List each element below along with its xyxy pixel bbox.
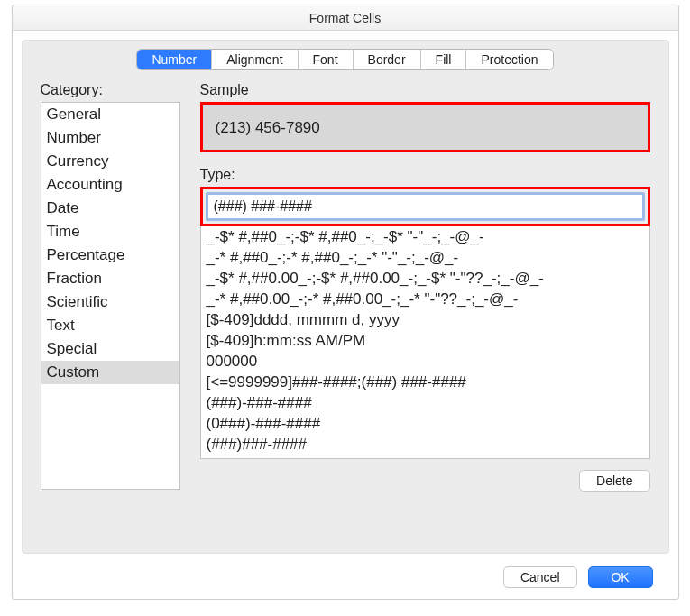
ok-button[interactable]: OK (588, 566, 653, 588)
category-item[interactable]: Text (41, 314, 179, 337)
sample-value: (213) 456-7890 (216, 119, 320, 137)
format-list-item[interactable]: [<=9999999]###-####;(###) ###-#### (207, 372, 644, 392)
tab-number[interactable]: Number (137, 50, 212, 69)
format-list-item[interactable]: (###)###-#### (207, 434, 644, 455)
format-list-item[interactable]: _-* #,##0.00_-;-* #,##0.00_-;_-* "-"??_-… (207, 289, 644, 309)
tab-alignment[interactable]: Alignment (212, 50, 298, 69)
category-label: Category: (41, 82, 180, 98)
format-list-item[interactable]: (0###)-###-#### (207, 413, 644, 434)
category-item[interactable]: Fraction (41, 267, 179, 290)
category-item[interactable]: General (41, 103, 179, 126)
delete-button[interactable]: Delete (579, 470, 649, 492)
tab-segmented-control: Number Alignment Font Border Fill Protec… (137, 50, 552, 69)
format-list-item[interactable]: [$-409]dddd, mmmm d, yyyy (207, 309, 644, 330)
format-list-item[interactable]: (###)-###-#### (207, 392, 644, 413)
category-item[interactable]: Number (41, 126, 179, 150)
tab-font[interactable]: Font (299, 50, 354, 69)
format-list-item[interactable]: 000000 (207, 351, 644, 372)
format-list[interactable]: _-$* #,##0_-;-$* #,##0_-;_-$* "-"_-;_-@_… (200, 226, 650, 459)
tab-fill[interactable]: Fill (421, 50, 467, 69)
type-input[interactable] (206, 192, 645, 221)
content-panel: Number Alignment Font Border Fill Protec… (22, 40, 669, 554)
format-list-item[interactable]: _-$* #,##0_-;-$* #,##0_-;_-$* "-"_-;_-@_… (207, 226, 644, 247)
category-item[interactable]: Date (41, 197, 179, 220)
tab-border[interactable]: Border (354, 50, 421, 69)
format-list-item[interactable]: _-* #,##0_-;-* #,##0_-;_-* "-"_-;_-@_- (207, 247, 644, 268)
category-item[interactable]: Accounting (41, 173, 179, 197)
category-item[interactable]: Scientific (41, 290, 179, 314)
type-label: Type: (200, 167, 650, 183)
dialog-title: Format Cells (13, 5, 678, 31)
type-input-highlight (200, 187, 650, 226)
format-list-item[interactable]: [$-409]h:mm:ss AM/PM (207, 330, 644, 351)
dialog-buttons: Cancel OK (503, 566, 653, 588)
category-item[interactable]: Percentage (41, 244, 179, 267)
category-item[interactable]: Time (41, 220, 179, 244)
sample-box: (213) 456-7890 (200, 102, 650, 152)
category-item[interactable]: Special (41, 337, 179, 361)
category-item[interactable]: Currency (41, 150, 179, 173)
tabs-row: Number Alignment Font Border Fill Protec… (23, 50, 668, 69)
cancel-button[interactable]: Cancel (503, 566, 577, 588)
category-item[interactable]: Custom (41, 361, 179, 384)
format-list-item[interactable]: _-$* #,##0.00_-;-$* #,##0.00_-;_-$* "-"?… (207, 268, 644, 289)
format-cells-dialog: Format Cells Number Alignment Font Borde… (12, 5, 679, 600)
sample-label: Sample (200, 82, 650, 98)
category-list[interactable]: GeneralNumberCurrencyAccountingDateTimeP… (41, 102, 180, 490)
tab-protection[interactable]: Protection (466, 50, 552, 69)
